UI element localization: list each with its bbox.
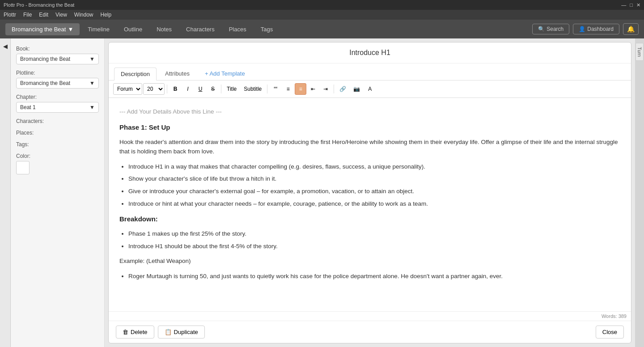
indent-button[interactable]: ⇥ [320,83,331,95]
example-label: Example: (Lethal Weapon) [119,256,620,266]
title-button[interactable]: Title [224,83,240,95]
search-label: Search [547,26,564,32]
menu-file[interactable]: File [23,12,32,18]
nav-notes[interactable]: Notes [150,23,178,35]
unordered-list-button[interactable]: ≡ [295,83,306,95]
nav-right: 🔍 Search 👤 Dashboard 🔔 [532,23,639,35]
close-btn-win[interactable]: ✕ [636,2,640,8]
blockquote-button[interactable]: ““ [270,83,281,95]
menu-bar: Plottr File Edit View Window Help [0,10,644,20]
editor-placeholder: --- Add Your Details Above this Line --- [119,107,620,117]
sidebar-characters-field: Characters: [16,118,99,124]
sidebar-places-field: Places: [16,130,99,136]
menu-edit[interactable]: Edit [39,12,48,18]
content-area: Introduce H1 Description Attributes + Ad… [105,38,635,347]
notifications-button[interactable]: 🔔 [623,23,639,35]
underline-button[interactable]: U [195,83,206,95]
sidebar-color-swatch[interactable] [16,161,30,174]
section1-intro: Hook the reader's attention and draw the… [119,137,620,157]
delete-button[interactable]: 🗑 Delete [116,326,154,339]
nav-project-label: Bromancing the Beat [12,26,66,33]
font-color-button[interactable]: A [364,83,376,95]
nav-characters[interactable]: Characters [180,23,221,35]
footer-left-buttons: 🗑 Delete 📋 Duplicate [116,326,205,339]
dashboard-button[interactable]: 👤 Dashboard [573,24,619,34]
nav-places[interactable]: Places [223,23,253,35]
maximize-btn[interactable]: □ [630,2,633,8]
sidebar-chapter-select[interactable]: Beat 1 ▼ [16,102,99,113]
panel-footer: 🗑 Delete 📋 Duplicate Close [109,321,631,343]
menu-window[interactable]: Window [74,12,93,18]
panel-title: Introduce H1 [109,42,631,63]
list-item: Introduce H1 in a way that makes that ch… [128,162,620,172]
sidebar-tags-field: Tags: [16,141,99,148]
outdent-button[interactable]: ⇤ [307,83,319,95]
nav-timeline[interactable]: Timeline [81,23,116,35]
dashboard-icon: 👤 [579,26,585,32]
font-family-select[interactable]: Forum [113,83,142,95]
link-button[interactable]: 🔗 [336,83,349,95]
title-bar: Plottr Pro - Bromancing the Beat — □ ✕ [0,0,644,10]
sidebar-book-chevron: ▼ [89,56,95,62]
sidebar-chapter-label: Chapter: [16,94,99,100]
collapse-icon: ◀ [3,43,8,50]
sidebar-plotline-select[interactable]: Bromancing the Beat ▼ [16,78,99,89]
toolbar-divider-3 [267,85,267,93]
menu-plottr[interactable]: Plottr [4,12,16,18]
nav-project[interactable]: Bromancing the Beat ▼ [5,23,80,35]
list-item: Phase 1 makes up the first 25% of the st… [128,229,620,239]
tab-attributes[interactable]: Attributes [158,67,196,80]
sidebar-plotline-label: Plotline: [16,70,99,76]
sidebar-places-label: Places: [16,130,99,136]
sidebar-chapter-field: Chapter: Beat 1 ▼ [16,94,99,113]
close-button[interactable]: Close [596,326,624,339]
editor-toolbar: Forum 20 B I U S Title Subtitle ““ ≡ ≡ ⇤… [109,80,631,98]
section1-bullets: Introduce H1 in a way that makes that ch… [128,162,620,208]
toolbar-divider-1 [167,85,167,93]
title-bar-text: Plottr Pro - Bromancing the Beat [4,2,74,8]
duplicate-label: Duplicate [174,329,198,335]
bold-button[interactable]: B [169,83,181,95]
dashboard-label: Dashboard [587,26,614,32]
ordered-list-button[interactable]: ≡ [282,83,294,95]
delete-label: Delete [131,329,148,335]
font-size-select[interactable]: 20 [143,83,165,95]
sidebar-characters-label: Characters: [16,118,99,124]
menu-help[interactable]: Help [101,12,112,18]
duplicate-icon: 📋 [165,329,172,335]
tab-add-template[interactable]: + Add Template [198,67,252,80]
word-count: Words: 389 [109,311,631,321]
sidebar-plotline-chevron: ▼ [89,80,95,86]
sidebar-book-select[interactable]: Bromancing the Beat ▼ [16,54,99,64]
close-label: Close [602,329,617,335]
strikethrough-button[interactable]: S [207,83,219,95]
subtitle-button[interactable]: Subtitle [241,83,265,95]
image-button[interactable]: 📷 [350,83,363,95]
list-item: Introduce or hint at what your character… [128,199,620,209]
nav-tags[interactable]: Tags [254,23,279,35]
sidebar: Book: Bromancing the Beat ▼ Plotline: Br… [11,38,105,347]
search-button[interactable]: 🔍 Search [532,24,569,34]
sidebar-tags-label: Tags: [16,141,99,148]
nav-bar: Bromancing the Beat ▼ Timeline Outline N… [0,20,644,38]
window-controls: — □ ✕ [621,2,640,8]
duplicate-button[interactable]: 📋 Duplicate [158,326,205,339]
sidebar-color-field: Color: [16,153,99,174]
nav-outline[interactable]: Outline [118,23,148,35]
search-icon: 🔍 [538,26,545,32]
list-item: Introduce H1 should be about the first 4… [128,241,620,251]
main-layout: ◀ Book: Bromancing the Beat ▼ Plotline: … [0,38,644,347]
editor-content[interactable]: --- Add Your Details Above this Line ---… [109,98,631,311]
right-strip-tab[interactable]: Turn [636,43,644,61]
sidebar-collapse-button[interactable]: ◀ [0,38,11,347]
menu-view[interactable]: View [55,12,67,18]
panel: Introduce H1 Description Attributes + Ad… [108,42,631,343]
sidebar-chapter-value: Beat 1 [20,104,36,110]
list-item: Roger Murtaugh is turning 50, and just w… [128,271,620,281]
tab-description[interactable]: Description [114,68,157,80]
italic-button[interactable]: I [182,83,194,95]
sidebar-chapter-chevron: ▼ [89,104,95,110]
section1-heading: Phase 1: Set Up [119,122,620,133]
minimize-btn[interactable]: — [621,2,626,8]
section2-heading: Breakdown: [119,214,620,224]
